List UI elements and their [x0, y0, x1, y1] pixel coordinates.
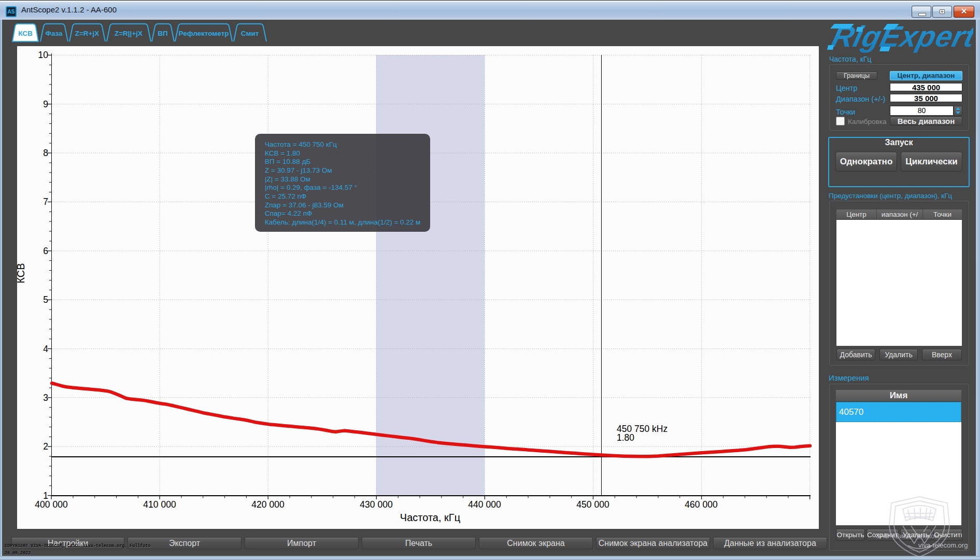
svg-text:Частота, кГц: Частота, кГц [400, 512, 460, 523]
svg-text:Смит: Смит [241, 30, 259, 37]
svg-text:7: 7 [43, 197, 48, 207]
svg-text:450 000: 450 000 [576, 499, 609, 510]
svg-text:3: 3 [43, 393, 48, 403]
svg-text:400 000: 400 000 [35, 499, 68, 510]
svg-text:430 000: 430 000 [360, 499, 393, 510]
svg-text:440 000: 440 000 [468, 499, 501, 510]
svg-text:4: 4 [43, 344, 48, 354]
svg-text:420 000: 420 000 [251, 499, 285, 510]
svg-text:8: 8 [43, 148, 48, 158]
svg-text:КСВ: КСВ [17, 263, 26, 283]
svg-text:6: 6 [43, 246, 48, 256]
svg-text:410 000: 410 000 [143, 499, 176, 510]
svg-text:1.80: 1.80 [617, 432, 634, 443]
svg-text:460 000: 460 000 [685, 499, 718, 510]
svg-text:Z=R+jX: Z=R+jX [75, 30, 100, 37]
svg-text:Рефлектометр: Рефлектометр [179, 30, 229, 37]
svg-text:КСВ: КСВ [18, 30, 33, 37]
svg-text:Фаза: Фаза [45, 30, 63, 37]
svg-text:9: 9 [43, 99, 48, 109]
svg-text:Z=R||+jX: Z=R||+jX [115, 30, 143, 37]
svg-text:5: 5 [43, 295, 48, 305]
svg-text:2: 2 [43, 441, 48, 452]
svg-text:ВП: ВП [158, 30, 167, 37]
svg-text:10: 10 [38, 50, 49, 60]
